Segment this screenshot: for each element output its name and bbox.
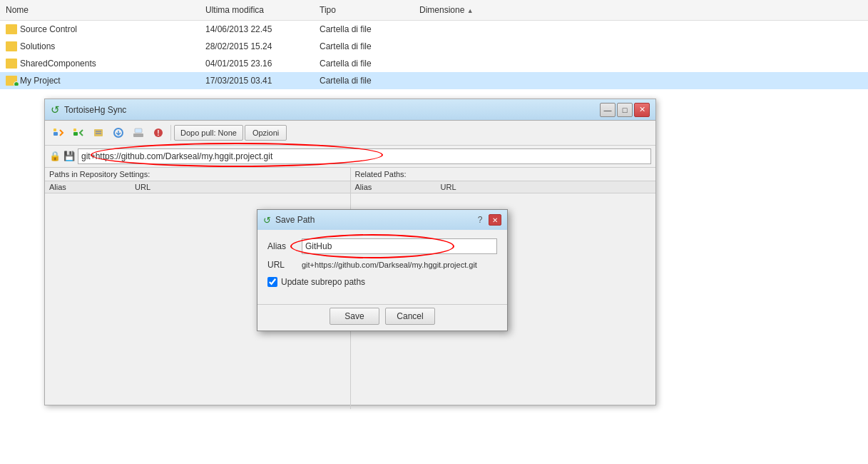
related-alias-col: Alias: [355, 183, 441, 191]
url-col-header: URL: [135, 183, 346, 191]
abort-icon: !: [152, 126, 165, 139]
paths-table-header: Alias URL: [45, 181, 350, 193]
col-date[interactable]: Ultima modifica: [200, 3, 314, 17]
svg-rect-8: [133, 133, 143, 137]
toolbar-icon-3[interactable]: [89, 123, 108, 142]
sync-toolbar: ! Dopo pull: None Opzioni: [45, 121, 655, 146]
row-date-cell: 28/02/2015 15.24: [200, 41, 314, 51]
row-date-cell: 17/03/2015 03.41: [200, 76, 314, 86]
push-icon: [72, 126, 85, 139]
dialog-body: Alias URL git+https://github.com/Darksea…: [257, 230, 507, 304]
col-size[interactable]: Dimensione ▲: [414, 3, 499, 17]
outgoing-icon: [132, 126, 145, 139]
row-type-cell: Cartella di file: [314, 59, 414, 69]
svg-rect-9: [135, 128, 142, 133]
dialog-title: Save Path: [275, 215, 315, 225]
url-bar: 🔒 💾: [45, 146, 655, 168]
row-name-cell: My Project: [0, 76, 200, 86]
related-paths-header: Alias URL: [351, 181, 656, 193]
dialog-titlebar: ↺ Save Path ? ✕: [257, 210, 507, 230]
sync-titlebar-buttons: — □ ✕: [600, 103, 650, 117]
alias-col-header: Alias: [49, 183, 135, 191]
table-row[interactable]: SharedComponents 04/01/2015 23.16 Cartel…: [0, 55, 868, 72]
url-field-row: URL git+https://github.com/Darkseal/my.h…: [267, 260, 497, 270]
toolbar-icon-4[interactable]: [109, 123, 128, 142]
dialog-footer: Save Cancel: [257, 304, 507, 331]
dialog-titlebar-btns: ? ✕: [474, 214, 501, 226]
toolbar-icon-6[interactable]: !: [149, 123, 168, 142]
svg-rect-6: [96, 133, 101, 134]
svg-rect-0: [53, 132, 58, 136]
toolbar-separator: [170, 125, 171, 141]
url-input[interactable]: [78, 148, 651, 164]
url-value: git+https://github.com/Darkseal/my.hggit…: [302, 261, 477, 269]
related-url-col: URL: [441, 183, 652, 191]
dialog-icon: ↺: [263, 215, 271, 226]
url-label: URL: [267, 260, 296, 270]
sync-window-title: TortoiseHg Sync: [64, 105, 126, 115]
toolbar-icon-5[interactable]: [129, 123, 148, 142]
myproject-badge: [14, 81, 19, 86]
pull-icon: [52, 126, 65, 139]
myproject-folder-icon: [6, 76, 17, 86]
svg-rect-5: [96, 131, 101, 132]
row-type-cell: Cartella di file: [314, 24, 414, 34]
sync-titlebar-left: ↺ TortoiseHg Sync: [51, 104, 126, 116]
svg-rect-3: [73, 128, 76, 131]
alias-input[interactable]: [302, 238, 497, 254]
table-row[interactable]: Source Control 14/06/2013 22.45 Cartella…: [0, 21, 868, 38]
lock-icon: 🔒: [49, 151, 61, 162]
sync-titlebar: ↺ TortoiseHg Sync — □ ✕: [45, 99, 655, 121]
update-subrepo-checkbox[interactable]: [267, 277, 277, 287]
options-button[interactable]: Opzioni: [245, 125, 287, 141]
row-date-cell: 04/01/2015 23.16: [200, 59, 314, 69]
row-name-cell: Source Control: [0, 24, 200, 34]
toolbar-icon-2[interactable]: [69, 123, 88, 142]
paths-section-label: Paths in Repository Settings:: [45, 168, 350, 181]
save-icon: 💾: [63, 151, 75, 162]
col-type[interactable]: Tipo: [314, 3, 414, 17]
svg-rect-1: [53, 128, 56, 131]
explorer-header: Nome Ultima modifica Tipo Dimensione ▲: [0, 0, 868, 21]
dialog-close-button[interactable]: ✕: [489, 214, 501, 226]
row-type-cell: Cartella di file: [314, 41, 414, 51]
row-type-cell: Cartella di file: [314, 76, 414, 86]
incoming-icon: [112, 126, 125, 139]
sort-icon: ▲: [467, 7, 474, 14]
toolbar-icon-1[interactable]: [49, 123, 68, 142]
svg-text:!: !: [157, 129, 159, 137]
save-button[interactable]: Save: [330, 308, 379, 325]
alias-field-row: Alias: [267, 238, 497, 254]
sync-icon: ↺: [51, 104, 60, 116]
minimize-button[interactable]: —: [600, 103, 616, 117]
table-row[interactable]: My Project 17/03/2015 03.41 Cartella di …: [0, 72, 868, 89]
dialog-help-button[interactable]: ?: [474, 214, 486, 226]
folder-icon: [6, 24, 17, 34]
cancel-button[interactable]: Cancel: [385, 308, 435, 325]
bundle-icon: [92, 126, 105, 139]
restore-button[interactable]: □: [617, 103, 633, 117]
dialog-titlebar-left: ↺ Save Path: [263, 215, 315, 226]
col-name[interactable]: Nome: [0, 3, 200, 17]
row-name-cell: Solutions: [0, 41, 200, 51]
file-explorer: Nome Ultima modifica Tipo Dimensione ▲ S…: [0, 0, 868, 464]
alias-label: Alias: [267, 241, 296, 251]
close-button[interactable]: ✕: [634, 103, 650, 117]
repo-pull-button[interactable]: Dopo pull: None: [174, 125, 243, 141]
table-row[interactable]: Solutions 28/02/2015 15.24 Cartella di f…: [0, 38, 868, 55]
svg-rect-2: [73, 132, 78, 136]
folder-icon: [6, 59, 17, 69]
folder-icon: [6, 41, 17, 51]
explorer-rows: Source Control 14/06/2013 22.45 Cartella…: [0, 21, 868, 89]
row-name-cell: SharedComponents: [0, 59, 200, 69]
row-date-cell: 14/06/2013 22.45: [200, 24, 314, 34]
save-path-dialog: ↺ Save Path ? ✕ Alias URL git+https://gi…: [257, 209, 508, 331]
checkbox-row: Update subrepo paths: [267, 277, 497, 287]
checkbox-label: Update subrepo paths: [281, 277, 365, 287]
related-paths-label: Related Paths:: [351, 168, 656, 181]
